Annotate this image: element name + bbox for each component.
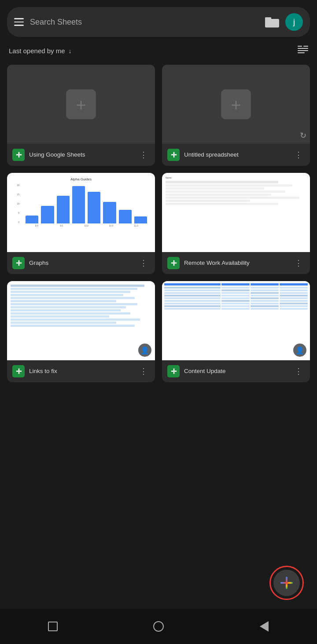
svg-rect-4	[298, 48, 308, 49]
sheets-icon-links-to-fix: ✛	[12, 365, 25, 377]
folder-icon[interactable]	[265, 16, 279, 28]
file-thumbnail-using-google-sheets: ＋	[7, 65, 155, 144]
chart-title: Alpha Guides	[11, 177, 151, 181]
new-file-icon: ＋	[66, 89, 96, 119]
sheets-icon-content-update: ✛	[167, 365, 180, 377]
svg-rect-6	[298, 52, 305, 53]
file-info-content-update: ✛ Content Update ⋮	[162, 360, 310, 382]
fab-container	[269, 566, 304, 600]
files-grid: ＋ ✛ Using Google Sheets ⋮ ＋ ↻ ✛ Untitled…	[0, 60, 317, 389]
list-view-button[interactable]	[298, 46, 308, 56]
file-thumbnail-remote-work-availability: Name	[162, 173, 310, 252]
chart-preview-graphs: Alpha Guides 20 15 10 5 0	[7, 173, 155, 252]
file-name-untitled-spreadsheet: Untitled spreadsheet	[184, 151, 288, 159]
nav-circle-icon	[153, 621, 164, 632]
svg-rect-2	[298, 46, 302, 47]
file-name-remote-work-availability: Remote Work Availability	[184, 259, 288, 267]
file-card-graphs[interactable]: Alpha Guides 20 15 10 5 0	[7, 173, 155, 274]
svg-rect-1	[265, 17, 271, 20]
sheets-icon-graphs: ✛	[12, 257, 25, 269]
nav-square-icon	[48, 622, 58, 631]
bottom-nav-bar	[0, 609, 317, 644]
sheets-icon-remote-work: ✛	[167, 257, 180, 269]
sort-arrow-icon: ↓	[69, 48, 72, 55]
file-info-untitled-spreadsheet: ✛ Untitled spreadsheet ⋮	[162, 144, 310, 166]
file-thumbnail-content-update: 👤	[162, 281, 310, 360]
file-name-links-to-fix: Links to fix	[29, 367, 133, 375]
sheet-preview-links	[7, 281, 155, 360]
more-menu-untitled-spreadsheet[interactable]: ⋮	[292, 148, 306, 161]
shared-person-icon-content: 👤	[293, 344, 306, 357]
more-menu-graphs[interactable]: ⋮	[137, 256, 151, 270]
file-thumbnail-graphs: Alpha Guides 20 15 10 5 0	[7, 173, 155, 252]
file-info-remote-work-availability: ✛ Remote Work Availability ⋮	[162, 252, 310, 274]
more-menu-remote-work-availability[interactable]: ⋮	[292, 256, 306, 270]
file-info-graphs: ✛ Graphs ⋮	[7, 252, 155, 274]
sort-label-text: Last opened by me	[9, 47, 65, 55]
file-card-links-to-fix[interactable]: 👤 ✛ Links to fix ⋮	[7, 281, 155, 382]
file-card-using-google-sheets[interactable]: ＋ ✛ Using Google Sheets ⋮	[7, 65, 155, 166]
new-file-icon-untitled: ＋	[221, 89, 251, 119]
file-card-untitled-spreadsheet[interactable]: ＋ ↻ ✛ Untitled spreadsheet ⋮	[162, 65, 310, 166]
file-name-graphs: Graphs	[29, 259, 133, 267]
fab-ring	[269, 566, 304, 600]
sort-button[interactable]: Last opened by me ↓	[9, 47, 72, 55]
new-spreadsheet-fab[interactable]	[273, 570, 300, 596]
more-menu-links-to-fix[interactable]: ⋮	[137, 365, 151, 378]
sheets-icon-untitled: ✛	[167, 149, 180, 161]
nav-back-button[interactable]	[257, 619, 271, 633]
nav-triangle-icon	[260, 621, 269, 632]
content-preview-update	[162, 281, 310, 360]
file-card-remote-work-availability[interactable]: Name ✛ Remote Work Availability ⋮	[162, 173, 310, 274]
sheet-preview-remote: Name	[162, 173, 310, 252]
svg-rect-3	[303, 46, 308, 47]
nav-recents-button[interactable]	[46, 619, 60, 633]
avatar[interactable]: j	[285, 13, 303, 31]
sheets-icon-using-google-sheets: ✛	[12, 149, 25, 161]
search-input[interactable]: Search Sheets	[30, 18, 259, 27]
sync-icon: ↻	[300, 131, 306, 140]
file-info-using-google-sheets: ✛ Using Google Sheets ⋮	[7, 144, 155, 166]
svg-rect-5	[298, 50, 308, 51]
file-thumbnail-links-to-fix: 👤	[7, 281, 155, 360]
file-card-content-update[interactable]: 👤 ✛ Content Update ⋮	[162, 281, 310, 382]
file-name-content-update: Content Update	[184, 367, 288, 375]
fab-plus-icon	[280, 577, 293, 589]
file-info-links-to-fix: ✛ Links to fix ⋮	[7, 360, 155, 382]
hamburger-menu-icon[interactable]	[14, 18, 24, 26]
file-name-using-google-sheets: Using Google Sheets	[29, 151, 133, 159]
nav-home-button[interactable]	[151, 619, 166, 633]
more-menu-content-update[interactable]: ⋮	[292, 365, 306, 378]
search-bar[interactable]: Search Sheets j	[7, 7, 310, 37]
file-thumbnail-untitled-spreadsheet: ＋ ↻	[162, 65, 310, 144]
sort-row: Last opened by me ↓	[0, 37, 317, 60]
more-menu-using-google-sheets[interactable]: ⋮	[137, 148, 151, 161]
shared-person-icon-links: 👤	[138, 344, 151, 357]
